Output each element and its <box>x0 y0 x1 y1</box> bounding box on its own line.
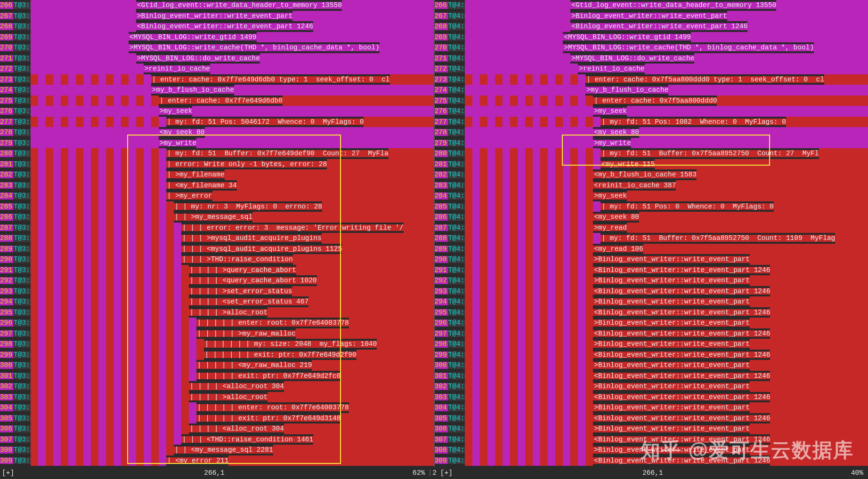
line-text: <Binlog_event_writer::write_event_part 1… <box>593 415 770 422</box>
code-line[interactable]: 272T@3:>reinit_io_cache <box>0 64 434 74</box>
code-line[interactable]: 273T@4:| enter: cache: 0x7f5aa800ddd0 ty… <box>435 74 868 85</box>
code-line[interactable]: 280T@3:| my: fd: 51 Buffer: 0x7f7e649def… <box>0 148 434 159</box>
code-line[interactable]: 305T@3:| | | | | exit: ptr: 0x7f7e649d31… <box>0 413 434 424</box>
code-line[interactable]: 309T@3:| <my_error 211 <box>0 455 434 466</box>
code-line[interactable]: 303T@4:<Binlog_event_writer::write_event… <box>435 392 868 403</box>
code-line[interactable]: 270T@4:>MYSQL_BIN_LOG::write_cache(THD *… <box>435 42 868 53</box>
code-line[interactable]: 305T@4:<Binlog_event_writer::write_event… <box>435 413 868 424</box>
code-line[interactable]: 302T@3:| | | | <alloc_root 304 <box>0 381 434 392</box>
code-line[interactable]: 268T@4:<Binlog_event_writer::write_event… <box>435 21 868 32</box>
code-line[interactable]: 301T@3:| | | | | exit: ptr: 0x7f7e649d2f… <box>0 371 434 382</box>
line-number: 274 <box>0 87 13 94</box>
code-line[interactable]: 308T@4:>Binlog_event_writer::write_event… <box>435 445 868 455</box>
code-line[interactable]: 300T@4:>Binlog_event_writer::write_event… <box>435 360 868 371</box>
code-line[interactable]: 276T@4:>my_seek <box>435 106 868 117</box>
code-line[interactable]: 267T@3:>Binlog_event_writer::write_event… <box>0 11 434 22</box>
code-line[interactable]: 272T@4:>reinit_io_cache <box>435 64 868 74</box>
code-line[interactable]: 299T@4:<Binlog_event_writer::write_event… <box>435 350 868 360</box>
code-line[interactable]: 300T@3:| | | | | <my_raw_malloc 219 <box>0 360 434 371</box>
code-line[interactable]: 269T@4:<MYSQL_BIN_LOG::write_gtid 1499 <box>435 32 868 43</box>
code-line[interactable]: 273T@3:| enter: cache: 0x7f7e649d6db0 ty… <box>0 74 434 85</box>
thread-label: T@3: <box>13 447 31 454</box>
code-line[interactable]: 307T@3:| | | <THD::raise_condition 1461 <box>0 434 434 445</box>
code-line[interactable]: 303T@3:| | | | >alloc_root <box>0 392 434 403</box>
code-line[interactable]: 278T@3:<my_seek 80 <box>0 127 434 138</box>
indent-bars <box>31 307 189 318</box>
thread-label: T@4: <box>448 383 465 390</box>
code-line[interactable]: 281T@3:| error: Write only -1 bytes, err… <box>0 159 434 170</box>
code-line[interactable]: 285T@3:| | my: nr: 3 MyFlags: 0 errno: 2… <box>0 201 434 212</box>
line-number: 281 <box>435 161 448 168</box>
code-line[interactable]: 307T@4:<Binlog_event_writer::write_event… <box>435 434 868 445</box>
code-line[interactable]: 271T@3:>MYSQL_BIN_LOG::do_write_cache <box>0 53 434 64</box>
code-line[interactable]: 299T@3:| | | | | | exit: ptr: 0x7f7e649d… <box>0 350 434 360</box>
code-line[interactable]: 268T@3:<Binlog_event_writer::write_event… <box>0 21 434 32</box>
code-line[interactable]: 295T@4:<Binlog_event_writer::write_event… <box>435 307 868 318</box>
line-number: 303 <box>0 394 13 401</box>
code-line[interactable]: 288T@3:| | | >mysql_audit_acquire_plugin… <box>0 233 434 244</box>
code-line[interactable]: 270T@3:>MYSQL_BIN_LOG::write_cache(THD *… <box>0 42 434 53</box>
code-line[interactable]: 282T@3:| >my_filename <box>0 169 434 180</box>
code-line[interactable]: 291T@4:<Binlog_event_writer::write_event… <box>435 265 868 276</box>
code-line[interactable]: 280T@4:| my: fd: 51 Buffer: 0x7f5aa89527… <box>435 148 868 159</box>
code-line[interactable]: 289T@3:| | | <mysql_audit_acquire_plugin… <box>0 244 434 255</box>
code-line[interactable]: 298T@3:| | | | | | my: size: 2048 my_fla… <box>0 339 434 350</box>
code-line[interactable]: 297T@4:<Binlog_event_writer::write_event… <box>435 328 868 339</box>
code-line[interactable]: 286T@3:| | >my_message_sql <box>0 212 434 223</box>
right-pane[interactable]: 266T@4:<Gtid_log_event::write_data_heade… <box>435 0 868 467</box>
code-line[interactable]: 289T@4:<my_read 106 <box>435 244 868 255</box>
code-line[interactable]: 266T@3:<Gtid_log_event::write_data_heade… <box>0 0 434 11</box>
code-line[interactable]: 282T@4:<my_b_flush_io_cache 1583 <box>435 169 868 180</box>
indent-bars <box>31 42 129 53</box>
code-line[interactable]: 290T@3:| | | >THD::raise_condition <box>0 254 434 265</box>
code-line[interactable]: 309T@4:<Binlog_event_writer::write_event… <box>435 455 868 466</box>
code-line[interactable]: 278T@4:<my_seek 80 <box>435 127 868 138</box>
code-line[interactable]: 304T@3:| | | | | enter: root: 0x7f7e6400… <box>0 402 434 413</box>
code-line[interactable]: 302T@4:>Binlog_event_writer::write_event… <box>435 381 868 392</box>
code-line[interactable]: 304T@4:>Binlog_event_writer::write_event… <box>435 402 868 413</box>
code-line[interactable]: 283T@4:<reinit_io_cache 387 <box>435 180 868 191</box>
indent-bars <box>465 21 570 32</box>
code-line[interactable]: 275T@3:| enter: cache: 0x7f7e649d6db0 <box>0 96 434 106</box>
code-line[interactable]: 274T@3:>my_b_flush_io_cache <box>0 85 434 96</box>
code-line[interactable]: 291T@3:| | | | >query_cache_abort <box>0 265 434 276</box>
code-line[interactable]: 281T@4:<my_write 115 <box>435 159 868 170</box>
code-line[interactable]: 306T@3:| | | | <alloc_root 304 <box>0 423 434 434</box>
code-line[interactable]: 279T@3:>my_write <box>0 138 434 149</box>
code-line[interactable]: 294T@4:>Binlog_event_writer::write_event… <box>435 296 868 307</box>
code-line[interactable]: 271T@4:>MYSQL_BIN_LOG::do_write_cache <box>435 53 868 64</box>
code-line[interactable]: 298T@4:>Binlog_event_writer::write_event… <box>435 339 868 350</box>
code-line[interactable]: 295T@3:| | | | >alloc_root <box>0 307 434 318</box>
code-line[interactable]: 293T@3:| | | | >set_error_status <box>0 286 434 297</box>
line-number: 294 <box>0 298 13 305</box>
code-line[interactable]: 292T@3:| | | | <query_cache_abort 1020 <box>0 275 434 286</box>
code-line[interactable]: 288T@4:| my: fd: 51 Buffer: 0x7f5aa89527… <box>435 233 868 244</box>
code-line[interactable]: 284T@3:| >my_error <box>0 191 434 201</box>
code-line[interactable]: 276T@3:>my_seek <box>0 106 434 117</box>
code-line[interactable]: 294T@3:| | | | <set_error_status 467 <box>0 296 434 307</box>
code-line[interactable]: 286T@4:<my_seek 80 <box>435 212 868 223</box>
code-line[interactable]: 285T@4:| my: fd: 51 Pos: 0 Whence: 0 MyF… <box>435 201 868 212</box>
code-line[interactable]: 279T@4:>my_write <box>435 138 868 149</box>
code-line[interactable]: 267T@4:>Binlog_event_writer::write_event… <box>435 11 868 22</box>
code-line[interactable]: 301T@4:<Binlog_event_writer::write_event… <box>435 371 868 382</box>
code-line[interactable]: 306T@4:>Binlog_event_writer::write_event… <box>435 423 868 434</box>
code-line[interactable]: 275T@4:| enter: cache: 0x7f5aa800ddd0 <box>435 96 868 106</box>
code-line[interactable]: 296T@3:| | | | | enter: root: 0x7f7e6400… <box>0 318 434 328</box>
code-line[interactable]: 266T@4:<Gtid_log_event::write_data_heade… <box>435 0 868 11</box>
code-line[interactable]: 292T@4:>Binlog_event_writer::write_event… <box>435 275 868 286</box>
code-line[interactable]: 277T@3:| my: fd: 51 Pos: 5046172 Whence:… <box>0 117 434 128</box>
code-line[interactable]: 269T@3:<MYSQL_BIN_LOG::write_gtid 1499 <box>0 32 434 43</box>
code-line[interactable]: 296T@4:>Binlog_event_writer::write_event… <box>435 318 868 328</box>
code-line[interactable]: 290T@4:>Binlog_event_writer::write_event… <box>435 254 868 265</box>
code-line[interactable]: 284T@4:>my_seek <box>435 191 868 201</box>
code-line[interactable]: 283T@3:| <my_filename 34 <box>0 180 434 191</box>
code-line[interactable]: 308T@3:| | <my_message_sql 2281 <box>0 445 434 455</box>
code-line[interactable]: 277T@4:| my: fd: 51 Pos: 1082 Whence: 0 … <box>435 117 868 128</box>
code-line[interactable]: 287T@3:| | | error: error: 3 message: 'E… <box>0 223 434 233</box>
code-line[interactable]: 297T@3:| | | | | >my_raw_malloc <box>0 328 434 339</box>
left-pane[interactable]: 266T@3:<Gtid_log_event::write_data_heade… <box>0 0 435 467</box>
code-line[interactable]: 293T@4:<Binlog_event_writer::write_event… <box>435 286 868 297</box>
code-line[interactable]: 274T@4:>my_b_flush_io_cache <box>435 85 868 96</box>
code-line[interactable]: 287T@4:>my_read <box>435 223 868 233</box>
